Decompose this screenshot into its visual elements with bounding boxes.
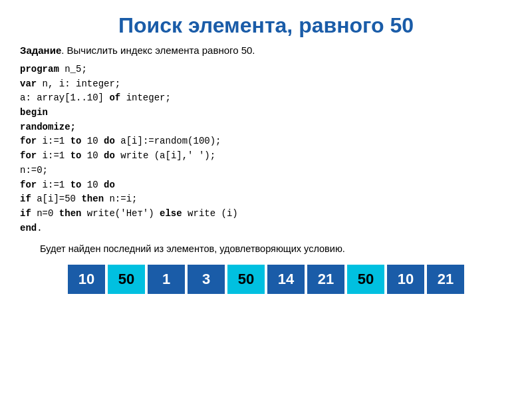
array-cell-9: 21 xyxy=(426,263,466,295)
page-container: Поиск элемента, равного 50 Задание. Вычи… xyxy=(20,13,512,295)
array-cell-1: 50 xyxy=(106,263,146,295)
code-line-l9: for i:=1 to 10 do xyxy=(20,178,512,193)
array-cell-3: 3 xyxy=(186,263,226,295)
array-row: 105013501421501021 xyxy=(20,263,512,295)
page-title: Поиск элемента, равного 50 xyxy=(20,13,512,38)
code-line-l12: end. xyxy=(20,221,512,236)
code-line-l7: for i:=1 to 10 do write (a[i],' '); xyxy=(20,149,512,164)
array-cell-4: 50 xyxy=(226,263,266,295)
code-line-l1: program n_5; xyxy=(20,63,512,77)
code-line-l10: if a[i]=50 then n:=i; xyxy=(20,192,512,207)
code-line-l5: randomize; xyxy=(20,120,512,135)
task-line: Задание. Вычислить индекс элемента равно… xyxy=(20,45,512,56)
array-cell-5: 14 xyxy=(266,263,306,295)
array-cell-0: 10 xyxy=(66,263,106,295)
code-line-l2: var n, i: integer; xyxy=(20,77,512,92)
code-line-l4: begin xyxy=(20,106,512,120)
code-line-l11: if n=0 then write('Нет') else write (i) xyxy=(20,207,512,221)
task-text: . Вычислить индекс элемента равного 50. xyxy=(61,45,255,56)
code-line-l3: a: array[1..10] of integer; xyxy=(20,91,512,106)
array-cell-7: 50 xyxy=(346,263,386,295)
array-cell-6: 21 xyxy=(306,263,346,295)
array-cell-8: 10 xyxy=(386,263,426,295)
code-block: program n_5; var n, i: integer; a: array… xyxy=(20,63,512,235)
code-line-l6: for i:=1 to 10 do a[i]:=random(100); xyxy=(20,134,512,149)
array-cell-2: 1 xyxy=(146,263,186,295)
code-line-l8: n:=0; xyxy=(20,164,512,178)
note-text: Будет найден последний из элементов, удо… xyxy=(20,243,512,254)
task-prefix: Задание xyxy=(20,45,61,56)
